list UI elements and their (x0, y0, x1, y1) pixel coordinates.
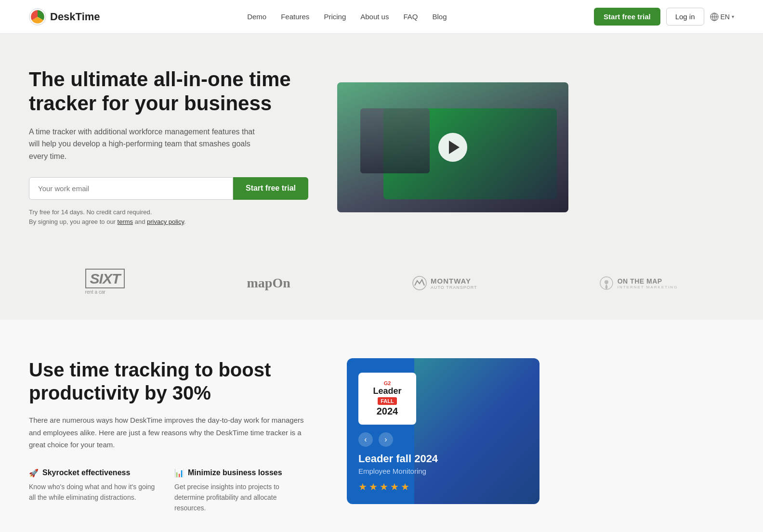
navbar: DeskTime Demo Features Pricing About us … (0, 0, 763, 34)
g2-year-label: 2024 (368, 406, 407, 417)
svg-point-7 (605, 280, 608, 284)
sixt-logo: SIXT rent a car (85, 271, 125, 296)
nav-features[interactable]: Features (281, 13, 309, 21)
rocket-icon: 🚀 (29, 468, 39, 478)
globe-icon (710, 13, 719, 21)
mapon-logo: mapOn (247, 275, 290, 291)
language-selector[interactable]: EN ▾ (710, 13, 734, 21)
feature-effectiveness-desc: Know who's doing what and how it's going… (29, 481, 163, 503)
award-card: G2 Leader FALL 2024 ‹ › Leader fall 2024… (347, 358, 539, 504)
award-nav: ‹ › (358, 432, 528, 447)
email-input[interactable] (29, 177, 233, 200)
g2-badge: G2 Leader FALL 2024 (358, 373, 416, 425)
section2-description: There are numerous ways how DeskTime imp… (29, 414, 308, 451)
video-play-button[interactable] (438, 133, 467, 162)
award-prev-button[interactable]: ‹ (358, 432, 373, 447)
onthemap-logo-sub: INTERNET MARKETING (618, 285, 678, 289)
feature-losses-desc: Get precise insights into projects to de… (174, 481, 308, 514)
logo-link[interactable]: DeskTime (29, 8, 100, 26)
logos-section: SIXT rent a car mapOn MONTWAY AUTO TRANS… (0, 256, 763, 320)
hero-title: The ultimate all-in-one time tracker for… (29, 67, 308, 116)
chart-icon: 📊 (174, 468, 184, 478)
star-1: ★ (358, 481, 367, 493)
award-stars: ★ ★ ★ ★ ★ (358, 481, 528, 493)
montway-logo-sub: AUTO TRANSPORT (431, 285, 477, 290)
hero-section: The ultimate all-in-one time tracker for… (0, 34, 763, 256)
hero-start-trial-button[interactable]: Start free trial (233, 177, 308, 200)
feature-effectiveness-title: 🚀 Skyrocket effectiveness (29, 468, 163, 478)
onthemap-icon (599, 276, 614, 290)
star-2: ★ (369, 481, 378, 493)
hero-right (337, 82, 568, 212)
sixt-logo-sub: rent a car (85, 289, 105, 295)
feature-losses-title: 📊 Minimize business losses (174, 468, 308, 478)
star-5: ★ (401, 481, 409, 493)
onthemap-logo: ON THE MAP INTERNET MARKETING (599, 276, 678, 290)
montway-logo: MONTWAY AUTO TRANSPORT (412, 276, 477, 290)
nav-blog[interactable]: Blog (432, 13, 447, 21)
award-title: Leader fall 2024 (358, 453, 528, 465)
feature-effectiveness: 🚀 Skyrocket effectiveness Know who's doi… (29, 468, 163, 514)
g2-label: G2 (368, 380, 407, 386)
montway-icon (412, 276, 427, 290)
lang-chevron-icon: ▾ (732, 14, 734, 19)
montway-logo-text: MONTWAY (431, 277, 477, 285)
nav-about[interactable]: About us (360, 13, 389, 21)
section2-right: G2 Leader FALL 2024 ‹ › Leader fall 2024… (347, 358, 539, 504)
lang-label: EN (721, 13, 730, 21)
productivity-section: Use time tracking to boost productivity … (0, 320, 763, 532)
nav-demo[interactable]: Demo (247, 13, 266, 21)
nav-start-trial-button[interactable]: Start free trial (594, 8, 660, 26)
privacy-link[interactable]: privacy policy (147, 218, 184, 225)
nav-right: Start free trial Log in EN ▾ (594, 8, 734, 26)
logo-icon (29, 8, 46, 26)
terms-link[interactable]: terms (118, 218, 133, 225)
hero-disclaimer: Try free for 14 days. No credit card req… (29, 208, 308, 228)
onthemap-logo-text: ON THE MAP (618, 277, 678, 285)
nav-pricing[interactable]: Pricing (324, 13, 346, 21)
logo-text: DeskTime (50, 11, 100, 23)
sixt-logo-text: SIXT (85, 269, 125, 288)
nav-login-button[interactable]: Log in (666, 8, 704, 26)
section2-title: Use time tracking to boost productivity … (29, 358, 308, 404)
nav-faq[interactable]: FAQ (403, 13, 418, 21)
g2-leader-label: Leader (368, 386, 407, 396)
nav-links: Demo Features Pricing About us FAQ Blog (247, 13, 447, 21)
features-grid: 🚀 Skyrocket effectiveness Know who's doi… (29, 468, 308, 514)
star-4: ★ (390, 481, 399, 493)
mapon-logo-text: mapOn (247, 275, 290, 291)
award-next-button[interactable]: › (379, 432, 393, 447)
feature-business-losses: 📊 Minimize business losses Get precise i… (174, 468, 308, 514)
hero-left: The ultimate all-in-one time tracker for… (29, 67, 308, 227)
video-thumbnail[interactable] (337, 82, 568, 212)
person-shape (360, 108, 430, 173)
hero-form: Start free trial (29, 177, 308, 200)
g2-fall-label: FALL (378, 397, 397, 405)
award-subtitle: Employee Monitoring (358, 467, 528, 475)
section2-left: Use time tracking to boost productivity … (29, 358, 308, 514)
hero-subtitle: A time tracker with additional workforce… (29, 126, 260, 163)
star-3: ★ (380, 481, 388, 493)
